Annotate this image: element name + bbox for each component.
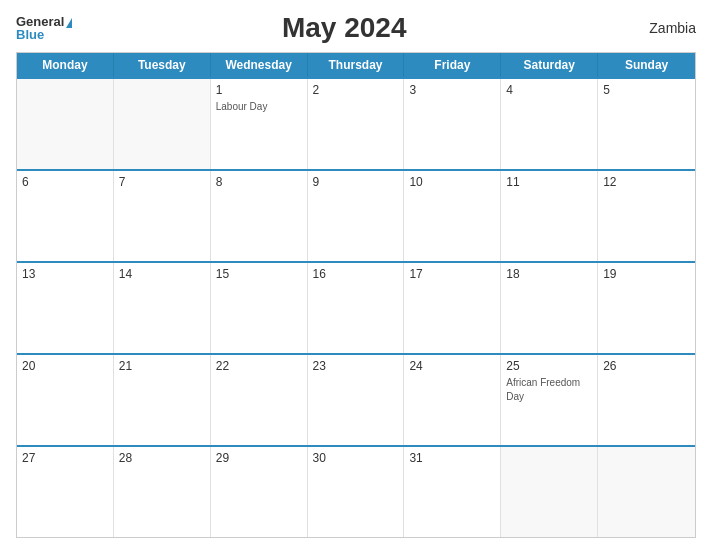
cell-w4-sun: 26: [598, 355, 695, 445]
week-5: 27 28 29 30 31: [17, 445, 695, 537]
cell-w4-sat: 25 African Freedom Day: [501, 355, 598, 445]
cell-w1-sat: 4: [501, 79, 598, 169]
cell-w1-fri: 3: [404, 79, 501, 169]
day-31: 31: [409, 451, 495, 465]
day-1: 1: [216, 83, 302, 97]
day-26: 26: [603, 359, 690, 373]
header: General Blue May 2024 Zambia: [16, 12, 696, 44]
week-3: 13 14 15 16 17 18 19: [17, 261, 695, 353]
cell-w5-fri: 31: [404, 447, 501, 537]
cell-w5-wed: 29: [211, 447, 308, 537]
day-8: 8: [216, 175, 302, 189]
col-thursday: Thursday: [308, 53, 405, 77]
day-25: 25: [506, 359, 592, 373]
cell-w1-sun: 5: [598, 79, 695, 169]
col-wednesday: Wednesday: [211, 53, 308, 77]
logo: General Blue: [16, 15, 72, 41]
col-friday: Friday: [404, 53, 501, 77]
day-23: 23: [313, 359, 399, 373]
week-2: 6 7 8 9 10 11 12: [17, 169, 695, 261]
cell-w2-wed: 8: [211, 171, 308, 261]
country-label: Zambia: [616, 20, 696, 36]
cell-w3-sat: 18: [501, 263, 598, 353]
cell-w4-thu: 23: [308, 355, 405, 445]
cell-w1-mon: [17, 79, 114, 169]
day-15: 15: [216, 267, 302, 281]
cell-w2-thu: 9: [308, 171, 405, 261]
cell-w2-mon: 6: [17, 171, 114, 261]
cell-w5-sat: [501, 447, 598, 537]
day-13: 13: [22, 267, 108, 281]
cell-w1-thu: 2: [308, 79, 405, 169]
day-27: 27: [22, 451, 108, 465]
calendar-header-row: Monday Tuesday Wednesday Thursday Friday…: [17, 53, 695, 77]
cell-w3-fri: 17: [404, 263, 501, 353]
calendar-title: May 2024: [72, 12, 616, 44]
cell-w3-thu: 16: [308, 263, 405, 353]
day-3: 3: [409, 83, 495, 97]
col-saturday: Saturday: [501, 53, 598, 77]
day-14: 14: [119, 267, 205, 281]
day-18: 18: [506, 267, 592, 281]
cell-w4-wed: 22: [211, 355, 308, 445]
cell-w2-fri: 10: [404, 171, 501, 261]
day-24: 24: [409, 359, 495, 373]
day-17: 17: [409, 267, 495, 281]
day-2: 2: [313, 83, 399, 97]
cell-w3-mon: 13: [17, 263, 114, 353]
week-1: 1 Labour Day 2 3 4 5: [17, 77, 695, 169]
cell-w5-tue: 28: [114, 447, 211, 537]
holiday-labour-day: Labour Day: [216, 101, 268, 112]
day-9: 9: [313, 175, 399, 189]
calendar-body: 1 Labour Day 2 3 4 5 6: [17, 77, 695, 537]
col-tuesday: Tuesday: [114, 53, 211, 77]
day-7: 7: [119, 175, 205, 189]
day-4: 4: [506, 83, 592, 97]
cell-w4-mon: 20: [17, 355, 114, 445]
day-5: 5: [603, 83, 690, 97]
day-21: 21: [119, 359, 205, 373]
col-sunday: Sunday: [598, 53, 695, 77]
day-19: 19: [603, 267, 690, 281]
calendar-page: General Blue May 2024 Zambia Monday Tues…: [0, 0, 712, 550]
cell-w2-sat: 11: [501, 171, 598, 261]
cell-w1-wed: 1 Labour Day: [211, 79, 308, 169]
day-10: 10: [409, 175, 495, 189]
day-12: 12: [603, 175, 690, 189]
cell-w3-wed: 15: [211, 263, 308, 353]
col-monday: Monday: [17, 53, 114, 77]
day-29: 29: [216, 451, 302, 465]
cell-w3-sun: 19: [598, 263, 695, 353]
holiday-african-freedom-day: African Freedom Day: [506, 377, 580, 402]
day-30: 30: [313, 451, 399, 465]
cell-w2-tue: 7: [114, 171, 211, 261]
day-28: 28: [119, 451, 205, 465]
cell-w5-sun: [598, 447, 695, 537]
cell-w5-mon: 27: [17, 447, 114, 537]
cell-w3-tue: 14: [114, 263, 211, 353]
week-4: 20 21 22 23 24 25 African Freedom Day: [17, 353, 695, 445]
cell-w5-thu: 30: [308, 447, 405, 537]
day-20: 20: [22, 359, 108, 373]
calendar-grid: Monday Tuesday Wednesday Thursday Friday…: [16, 52, 696, 538]
day-22: 22: [216, 359, 302, 373]
cell-w2-sun: 12: [598, 171, 695, 261]
day-11: 11: [506, 175, 592, 189]
cell-w4-fri: 24: [404, 355, 501, 445]
cell-w1-tue: [114, 79, 211, 169]
cell-w4-tue: 21: [114, 355, 211, 445]
logo-blue-text: Blue: [16, 28, 44, 41]
day-6: 6: [22, 175, 108, 189]
day-16: 16: [313, 267, 399, 281]
